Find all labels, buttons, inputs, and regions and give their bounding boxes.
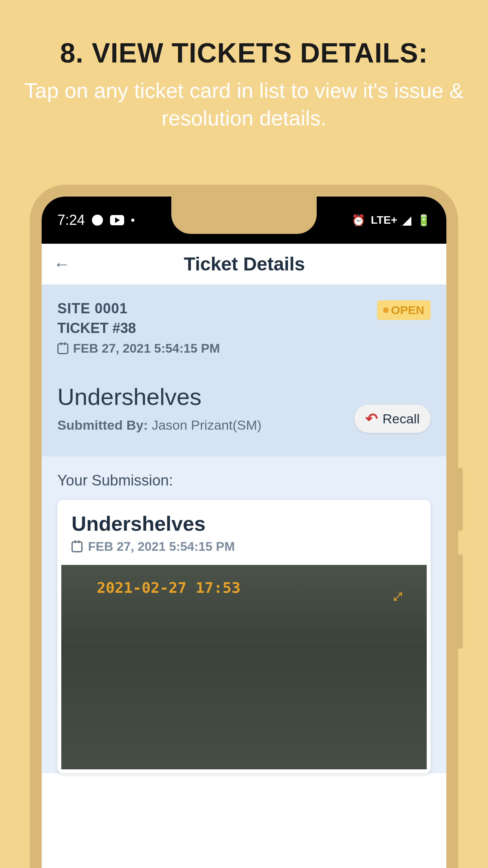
submission-card-date: FEB 27, 2021 5:54:15 PM xyxy=(88,539,235,554)
recall-button[interactable]: ↶ Recall xyxy=(354,405,431,433)
site-label: SITE 0001 xyxy=(57,300,431,317)
app-indicator-icon xyxy=(92,215,103,226)
phone-button-decor xyxy=(457,554,463,649)
calendar-icon xyxy=(72,541,83,552)
expand-icon[interactable]: ↔ xyxy=(382,581,412,611)
status-text: OPEN xyxy=(391,303,424,317)
submission-card-title: Undershelves xyxy=(72,512,416,535)
ticket-datetime: FEB 27, 2021 5:54:15 PM xyxy=(73,341,220,356)
submitted-by-label: Submitted By: xyxy=(57,417,148,432)
submitted-by-value: Jason Prizant(SM) xyxy=(148,417,261,432)
promo-subtitle: Tap on any ticket card in list to view i… xyxy=(0,77,488,132)
calendar-icon xyxy=(57,343,68,354)
signal-icon: ◢ xyxy=(403,214,411,227)
status-bar: 7:24 ⏰ LTE+ ◢ 🔋 xyxy=(42,197,446,244)
phone-frame: 7:24 ⏰ LTE+ ◢ 🔋 ← Ticket Details OPEN SI… xyxy=(30,185,458,868)
phone-screen: 7:24 ⏰ LTE+ ◢ 🔋 ← Ticket Details OPEN SI… xyxy=(42,197,446,868)
submission-section: Your Submission: Undershelves FEB 27, 20… xyxy=(42,456,446,773)
submission-card-header: Undershelves FEB 27, 2021 5:54:15 PM xyxy=(57,500,431,561)
ticket-summary-panel: OPEN SITE 0001 TICKET #38 FEB 27, 2021 5… xyxy=(42,285,446,456)
youtube-icon xyxy=(110,215,124,225)
submission-card[interactable]: Undershelves FEB 27, 2021 5:54:15 PM 202… xyxy=(57,500,431,773)
status-time: 7:24 xyxy=(57,212,85,228)
phone-button-decor xyxy=(457,468,463,531)
image-timestamp-overlay: 2021-02-27 17:53 xyxy=(97,579,240,596)
submission-section-label: Your Submission: xyxy=(57,472,431,489)
app-header: ← Ticket Details xyxy=(42,244,446,285)
promo-header: 8. VIEW TICKETS DETAILS: Tap on any tick… xyxy=(0,0,488,132)
battery-icon: 🔋 xyxy=(417,214,431,227)
status-badge: OPEN xyxy=(377,300,431,320)
promo-title: 8. VIEW TICKETS DETAILS: xyxy=(0,37,488,69)
ticket-number: TICKET #38 xyxy=(57,320,431,337)
page-title: Ticket Details xyxy=(54,253,435,275)
submission-image[interactable]: 2021-02-27 17:53 ↔ xyxy=(61,565,427,769)
notch xyxy=(171,197,317,234)
recall-label: Recall xyxy=(383,411,420,427)
status-left: 7:24 xyxy=(57,212,134,228)
submission-card-date-row: FEB 27, 2021 5:54:15 PM xyxy=(72,539,416,554)
alarm-icon: ⏰ xyxy=(352,214,365,227)
network-label: LTE+ xyxy=(371,214,397,226)
undo-icon: ↶ xyxy=(365,410,378,427)
status-right: ⏰ LTE+ ◢ 🔋 xyxy=(352,214,431,227)
more-dot-icon xyxy=(131,219,134,222)
ticket-datetime-row: FEB 27, 2021 5:54:15 PM xyxy=(57,341,431,356)
